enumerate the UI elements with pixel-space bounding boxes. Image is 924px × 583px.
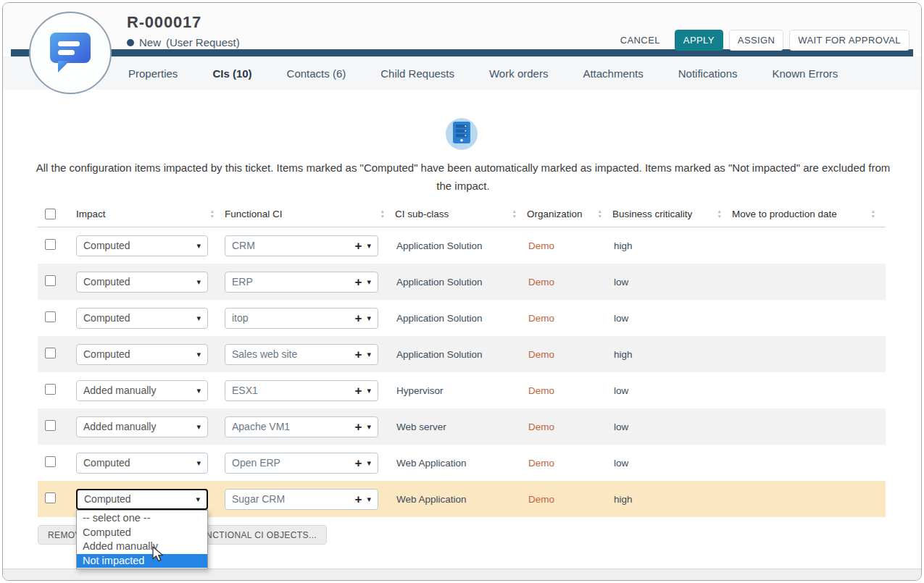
assign-button[interactable]: ASSIGN xyxy=(729,30,784,51)
tab-contacts[interactable]: Contacts (6) xyxy=(287,67,346,80)
table-row: Computed▾ Open ERP+▾ Web Application Dem… xyxy=(38,445,886,481)
chevron-down-icon[interactable]: ▾ xyxy=(367,495,371,503)
impact-select-open[interactable]: Computed▾ xyxy=(76,489,208,510)
table-row: Computed▾ itop+▾ Application Solution De… xyxy=(38,300,886,336)
row-checkbox[interactable] xyxy=(45,275,56,286)
organization-link[interactable]: Demo xyxy=(527,313,612,324)
impact-select[interactable]: Added manually▾ xyxy=(76,416,208,437)
sort-arrows-icon[interactable]: ▲▼ xyxy=(871,209,875,219)
page-title: R-000017 xyxy=(127,13,201,32)
apply-button[interactable]: APPLY xyxy=(675,30,723,51)
functional-ci-field[interactable]: itop+▾ xyxy=(225,308,378,329)
impact-select[interactable]: Computed▾ xyxy=(76,344,208,365)
add-icon[interactable]: + xyxy=(355,276,362,288)
cancel-button[interactable]: CANCEL xyxy=(612,30,669,51)
impact-select[interactable]: Added manually▾ xyxy=(76,380,208,401)
functional-ci-field[interactable]: ESX1+▾ xyxy=(225,380,378,401)
organization-link[interactable]: Demo xyxy=(527,349,612,360)
organization-link[interactable]: Demo xyxy=(527,421,612,432)
organization-link[interactable]: Demo xyxy=(527,277,612,288)
status-text: New xyxy=(139,36,161,49)
add-icon[interactable]: + xyxy=(355,457,362,469)
row-checkbox[interactable] xyxy=(45,311,56,322)
organization-link[interactable]: Demo xyxy=(527,458,612,469)
impact-select[interactable]: Computed▾ xyxy=(76,308,208,329)
row-checkbox[interactable] xyxy=(45,492,56,503)
column-header-ci-subclass[interactable]: CI sub-class▲▼ xyxy=(395,201,527,227)
functional-ci-value: Sugar CRM xyxy=(232,493,285,505)
sort-arrows-icon[interactable]: ▲▼ xyxy=(380,209,385,219)
chevron-down-icon[interactable]: ▾ xyxy=(367,351,371,358)
impact-select[interactable]: Computed▾ xyxy=(76,272,208,293)
business-criticality-value: low xyxy=(612,385,732,396)
impact-value: Added manually xyxy=(83,421,156,432)
impact-value: Computed xyxy=(83,240,130,251)
chevron-down-icon[interactable]: ▾ xyxy=(367,242,371,250)
column-header-move-date[interactable]: Move to production date▲▼ xyxy=(732,201,886,227)
chevron-down-icon[interactable]: ▾ xyxy=(367,314,371,322)
dropdown-option-select-one[interactable]: -- select one -- xyxy=(77,511,207,526)
column-header-functional-ci[interactable]: Functional CI▲▼ xyxy=(225,201,395,227)
add-icon[interactable]: + xyxy=(355,240,362,252)
row-checkbox[interactable] xyxy=(45,239,56,250)
ticket-class-avatar xyxy=(29,12,112,94)
functional-ci-field[interactable]: Open ERP+▾ xyxy=(225,453,378,474)
add-icon[interactable]: + xyxy=(355,312,362,324)
functional-ci-field[interactable]: Sales web site+▾ xyxy=(225,344,378,365)
sort-arrows-icon[interactable]: ▲▼ xyxy=(512,209,517,219)
chat-bubble-icon xyxy=(46,29,94,77)
dropdown-option-not-impacted[interactable]: Not impacted xyxy=(77,554,207,569)
add-icon[interactable]: + xyxy=(355,348,362,361)
sort-arrows-icon[interactable]: ▲▼ xyxy=(598,209,602,219)
functional-ci-value: itop xyxy=(232,312,249,324)
chevron-down-icon[interactable]: ▾ xyxy=(367,423,371,431)
header-checkbox-cell xyxy=(38,201,76,227)
row-checkbox[interactable] xyxy=(45,456,56,467)
select-all-checkbox[interactable] xyxy=(45,209,56,219)
column-header-business-criticality[interactable]: Business criticality▲▼ xyxy=(612,201,732,227)
business-criticality-value: low xyxy=(612,421,732,432)
functional-ci-field[interactable]: ERP+▾ xyxy=(225,272,378,293)
impact-select[interactable]: Computed▾ xyxy=(76,453,208,474)
action-toolbar: CANCEL APPLY ASSIGN WAIT FOR APPROVAL xyxy=(612,30,910,51)
column-header-organization[interactable]: Organization▲▼ xyxy=(527,201,612,227)
functional-ci-value: ERP xyxy=(232,276,253,288)
ci-subclass-value: Application Solution xyxy=(395,240,527,251)
row-checkbox[interactable] xyxy=(45,420,56,431)
impact-value: Computed xyxy=(83,312,130,324)
tab-known-errors[interactable]: Known Errors xyxy=(772,67,838,80)
tab-cis[interactable]: CIs (10) xyxy=(212,67,251,80)
impact-value: Computed xyxy=(83,348,130,360)
tab-child-requests[interactable]: Child Requests xyxy=(380,67,454,80)
ticket-window: R-000017 New (User Request) CANCEL APPLY… xyxy=(2,2,922,581)
tab-attachments[interactable]: Attachments xyxy=(583,67,643,80)
functional-ci-field[interactable]: Sugar CRM+▾ xyxy=(225,489,378,510)
add-icon[interactable]: + xyxy=(355,421,362,433)
organization-link[interactable]: Demo xyxy=(527,494,612,505)
functional-ci-field[interactable]: Apache VM1+▾ xyxy=(225,416,378,437)
sort-arrows-icon[interactable]: ▲▼ xyxy=(717,209,722,219)
chevron-down-icon[interactable]: ▾ xyxy=(367,278,371,286)
window-footer-bar xyxy=(3,569,921,580)
chevron-down-icon[interactable]: ▾ xyxy=(367,459,371,467)
sort-arrows-icon[interactable]: ▲▼ xyxy=(210,209,215,219)
impacted-cis-table: Impact▲▼ Functional CI▲▼ CI sub-class▲▼ … xyxy=(38,201,886,517)
dropdown-option-computed[interactable]: Computed xyxy=(77,526,207,540)
row-checkbox[interactable] xyxy=(45,384,56,395)
dropdown-option-added-manually[interactable]: Added manually xyxy=(77,540,207,554)
chevron-down-icon[interactable]: ▾ xyxy=(367,387,371,395)
impact-select[interactable]: Computed▾ xyxy=(76,235,208,256)
table-row: Added manually▾ ESX1+▾ Hypervisor Demo l… xyxy=(38,372,886,408)
tab-notifications[interactable]: Notifications xyxy=(678,67,738,80)
column-label: CI sub-class xyxy=(395,209,449,219)
functional-ci-field[interactable]: CRM+▾ xyxy=(225,235,378,256)
row-checkbox[interactable] xyxy=(45,348,56,358)
tab-properties[interactable]: Properties xyxy=(128,67,178,80)
organization-link[interactable]: Demo xyxy=(527,240,612,251)
add-icon[interactable]: + xyxy=(355,385,362,397)
wait-for-approval-button[interactable]: WAIT FOR APPROVAL xyxy=(789,30,910,51)
add-icon[interactable]: + xyxy=(355,493,362,506)
tab-work-orders[interactable]: Work orders xyxy=(489,67,548,80)
organization-link[interactable]: Demo xyxy=(527,385,612,396)
column-header-impact[interactable]: Impact▲▼ xyxy=(76,201,225,227)
